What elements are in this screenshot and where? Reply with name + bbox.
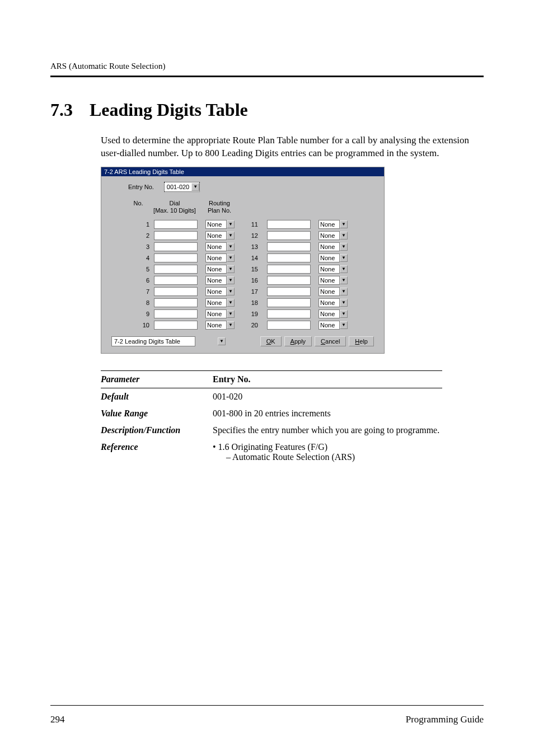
- routing-plan-value: None: [205, 309, 227, 318]
- chevron-down-icon[interactable]: ▼: [340, 288, 348, 295]
- chevron-down-icon[interactable]: ▼: [340, 321, 348, 329]
- ok-button[interactable]: OK: [260, 336, 282, 346]
- dial-input[interactable]: [154, 242, 198, 251]
- dial-input[interactable]: [267, 265, 311, 274]
- dial-input[interactable]: [267, 287, 311, 296]
- dial-input[interactable]: [154, 309, 198, 318]
- chevron-down-icon[interactable]: ▼: [340, 243, 348, 251]
- routing-plan-select[interactable]: None▼: [318, 298, 348, 307]
- dial-input[interactable]: [267, 242, 311, 251]
- routing-plan-select[interactable]: None▼: [318, 231, 348, 240]
- routing-plan-select[interactable]: None▼: [318, 321, 348, 330]
- table-row: 4None▼14None▼: [111, 253, 374, 262]
- dial-input[interactable]: [154, 220, 198, 229]
- routing-plan-select[interactable]: None▼: [205, 253, 235, 262]
- dial-input[interactable]: [267, 276, 311, 285]
- chevron-down-icon[interactable]: ▼: [227, 243, 235, 251]
- chevron-down-icon[interactable]: ▼: [191, 183, 199, 191]
- chevron-down-icon[interactable]: ▼: [227, 310, 235, 318]
- dial-input[interactable]: [267, 309, 311, 318]
- dial-input[interactable]: [154, 298, 198, 307]
- dial-input[interactable]: [154, 287, 198, 296]
- dial-input[interactable]: [154, 265, 198, 274]
- chevron-down-icon[interactable]: ▼: [227, 254, 235, 262]
- chevron-down-icon[interactable]: ▼: [227, 265, 235, 273]
- parameter-table: Parameter Entry No. Default 001-020 Valu…: [101, 370, 442, 466]
- apply-button[interactable]: Apply: [284, 336, 312, 346]
- param-val-range: 001-800 in 20 entries increments: [213, 408, 442, 419]
- cancel-button[interactable]: Cancel: [315, 336, 346, 346]
- dial-input[interactable]: [267, 253, 311, 262]
- routing-plan-select[interactable]: None▼: [205, 321, 235, 330]
- chevron-down-icon[interactable]: ▼: [340, 310, 348, 318]
- routing-plan-select[interactable]: None▼: [205, 265, 235, 274]
- page-nav-select[interactable]: 7-2 Leading Digits Table: [111, 336, 195, 346]
- routing-plan-value: None: [205, 220, 227, 229]
- param-key-reference: Reference: [101, 442, 213, 462]
- footer-guide: Programming Guide: [406, 714, 484, 725]
- chevron-down-icon[interactable]: ▼: [218, 337, 226, 345]
- routing-plan-value: None: [205, 287, 227, 296]
- routing-plan-select[interactable]: None▼: [205, 276, 235, 285]
- chevron-down-icon[interactable]: ▼: [227, 321, 235, 329]
- row-number: 7: [111, 288, 154, 295]
- dial-input[interactable]: [267, 321, 311, 330]
- routing-plan-value: None: [318, 276, 340, 285]
- routing-plan-select[interactable]: None▼: [318, 309, 348, 318]
- dial-input[interactable]: [267, 220, 311, 229]
- help-button[interactable]: Help: [349, 336, 374, 346]
- dial-input[interactable]: [267, 298, 311, 307]
- column-headers: No. Dial [Max. 10 Digits] Routing Plan N…: [111, 200, 374, 214]
- section-title: 7.3Leading Digits Table: [50, 100, 484, 120]
- routing-plan-select[interactable]: None▼: [205, 242, 235, 251]
- routing-plan-select[interactable]: None▼: [318, 265, 348, 274]
- chevron-down-icon[interactable]: ▼: [227, 220, 235, 228]
- routing-plan-value: None: [318, 321, 340, 330]
- routing-plan-select[interactable]: None▼: [318, 242, 348, 251]
- table-row: 10None▼20None▼: [111, 321, 374, 330]
- chevron-down-icon[interactable]: ▼: [340, 232, 348, 240]
- param-val-description: Specifies the entry number which you are…: [213, 425, 442, 435]
- chevron-down-icon[interactable]: ▼: [340, 299, 348, 307]
- chevron-down-icon[interactable]: ▼: [340, 220, 348, 228]
- chevron-down-icon[interactable]: ▼: [227, 288, 235, 295]
- routing-plan-select[interactable]: None▼: [318, 276, 348, 285]
- table-row: 6None▼16None▼: [111, 276, 374, 285]
- dial-input[interactable]: [154, 321, 198, 330]
- entry-no-select[interactable]: 001-020 ▼: [164, 182, 200, 192]
- routing-plan-select[interactable]: None▼: [318, 253, 348, 262]
- param-key-range: Value Range: [101, 408, 213, 419]
- dial-input[interactable]: [267, 231, 311, 240]
- param-val-default: 001-020: [213, 392, 442, 402]
- dial-input[interactable]: [154, 231, 198, 240]
- row-number: 9: [111, 311, 154, 317]
- dial-input[interactable]: [154, 253, 198, 262]
- routing-plan-select[interactable]: None▼: [318, 287, 348, 296]
- dial-input[interactable]: [154, 276, 198, 285]
- routing-plan-select[interactable]: None▼: [205, 298, 235, 307]
- routing-plan-select[interactable]: None▼: [318, 220, 348, 229]
- routing-plan-select[interactable]: None▼: [205, 309, 235, 318]
- chevron-down-icon[interactable]: ▼: [227, 232, 235, 240]
- routing-plan-value: None: [318, 231, 340, 240]
- chevron-down-icon[interactable]: ▼: [340, 254, 348, 262]
- running-head: ARS (Automatic Route Selection): [50, 62, 484, 71]
- row-number: 3: [111, 243, 154, 250]
- chevron-down-icon[interactable]: ▼: [340, 265, 348, 273]
- table-row: 8None▼18None▼: [111, 298, 374, 307]
- row-number: 6: [111, 277, 154, 284]
- chevron-down-icon[interactable]: ▼: [340, 276, 348, 284]
- routing-plan-value: None: [318, 298, 340, 307]
- dialog-titlebar: 7-2 ARS Leading Digits Table: [101, 167, 384, 176]
- ars-dialog: 7-2 ARS Leading Digits Table Entry No. 0…: [101, 167, 385, 354]
- routing-plan-select[interactable]: None▼: [205, 220, 235, 229]
- routing-plan-value: None: [318, 287, 340, 296]
- routing-plan-select[interactable]: None▼: [205, 231, 235, 240]
- chevron-down-icon[interactable]: ▼: [227, 276, 235, 284]
- table-row: 1None▼11None▼: [111, 220, 374, 229]
- row-number: 11: [249, 221, 263, 228]
- intro-paragraph: Used to determine the appropriate Route …: [101, 134, 484, 160]
- row-number: 15: [249, 266, 263, 273]
- chevron-down-icon[interactable]: ▼: [227, 299, 235, 307]
- routing-plan-select[interactable]: None▼: [205, 287, 235, 296]
